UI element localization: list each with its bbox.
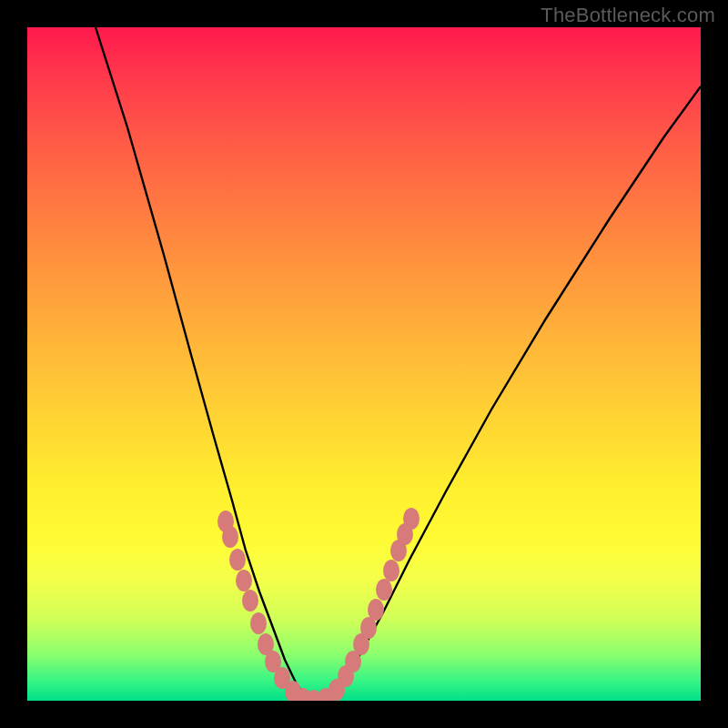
- data-point: [368, 599, 384, 621]
- watermark-text: TheBottleneck.com: [541, 4, 715, 27]
- plot-area: [27, 27, 701, 701]
- data-point: [222, 526, 238, 548]
- data-point: [229, 549, 246, 571]
- data-point: [250, 612, 267, 634]
- data-point: [242, 590, 258, 612]
- chart-frame: TheBottleneck.com: [0, 0, 728, 728]
- curve-group: [96, 27, 701, 701]
- data-point: [236, 570, 252, 592]
- data-point: [383, 560, 399, 581]
- curve-left: [96, 27, 314, 701]
- chart-svg: [27, 27, 701, 701]
- data-points-group: [217, 508, 420, 701]
- data-point: [403, 508, 420, 530]
- data-point: [376, 579, 392, 601]
